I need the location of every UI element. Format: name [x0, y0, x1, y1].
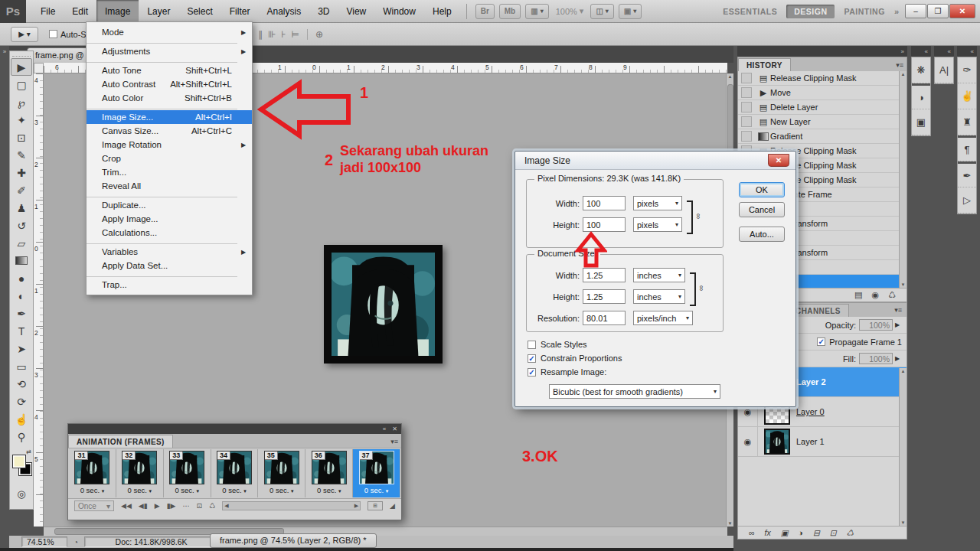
new-adjustment-layer-icon[interactable]: ◑	[799, 528, 803, 537]
scroll-up-icon[interactable]: ▲	[900, 72, 906, 77]
play-button[interactable]: ▶	[155, 502, 160, 510]
menu-window[interactable]: Window	[374, 0, 424, 23]
frame-delay-select[interactable]: 0 sec. ▾	[211, 486, 258, 494]
floating-document-tab[interactable]: frame.png @ 74.5% (Layer 2, RGB/8) *	[210, 533, 377, 548]
new-document-from-state-icon[interactable]: ▤	[854, 290, 862, 300]
adjustments-panel-icon[interactable]: ◑	[912, 83, 930, 109]
menu-filter[interactable]: Filter	[221, 0, 259, 23]
menu-item-calculations[interactable]: Calculations...	[87, 226, 252, 240]
quick-selection-tool[interactable]: ✦	[10, 111, 33, 129]
workspace-essentials[interactable]: ESSENTIALS	[715, 5, 785, 18]
menu-item-crop[interactable]: Crop	[87, 152, 252, 165]
resolution-unit-select[interactable]: pixels/inch▾	[633, 311, 693, 325]
distribute-left-icon[interactable]: ⊪	[268, 29, 276, 40]
zoom-level-control[interactable]: 100%▾	[556, 6, 584, 16]
panel-grip[interactable]	[12, 52, 31, 57]
frame-delay-select[interactable]: 0 sec. ▾	[258, 486, 305, 494]
dodge-tool[interactable]: ◐	[10, 287, 33, 305]
convert-to-timeline-icon[interactable]: ⊞	[368, 501, 383, 510]
menu-item-image-size[interactable]: Image Size... Alt+Ctrl+I	[87, 110, 252, 124]
shape-tool[interactable]: ▭	[10, 357, 33, 375]
menu-item-auto-contrast[interactable]: Auto Contrast Alt+Shift+Ctrl+L	[87, 77, 252, 91]
menu-item-auto-tone[interactable]: Auto Tone Shift+Ctrl+L	[87, 64, 252, 77]
collapse-panels-icon[interactable]: «	[925, 48, 928, 55]
menu-separator[interactable]	[87, 39, 252, 44]
auto-select-checkbox[interactable]	[49, 30, 57, 38]
menu-separator[interactable]	[87, 58, 252, 64]
doc-height-input[interactable]: 1.25	[583, 289, 626, 304]
panel-menu-icon[interactable]: ▾≡	[896, 61, 906, 71]
panel-menu-icon[interactable]: ▾≡	[390, 438, 401, 448]
width-input[interactable]: 100	[583, 196, 626, 210]
animation-frame-36[interactable]: 36 0 sec. ▾	[305, 449, 353, 497]
delete-state-icon[interactable]: ♺	[888, 290, 896, 300]
visibility-toggle[interactable]: ◉	[738, 427, 758, 457]
scale-styles-checkbox[interactable]	[528, 341, 536, 349]
delete-frame-button[interactable]: ♺	[209, 502, 215, 510]
layers-scrollbar[interactable]: ▲ ▼	[899, 368, 906, 526]
status-zoom-field[interactable]: 74.51%	[21, 536, 67, 547]
distribute-right-icon[interactable]: ⊨	[292, 29, 299, 40]
animation-frame-34[interactable]: 34 0 sec. ▾	[211, 449, 259, 497]
tween-button[interactable]: ⋯	[183, 502, 190, 510]
animation-frame-33[interactable]: 33 0 sec. ▾	[164, 449, 211, 497]
scroll-down-icon[interactable]: ▼	[900, 520, 906, 525]
doc-width-unit-select[interactable]: inches▾	[633, 268, 685, 282]
blur-tool[interactable]: ●	[10, 269, 33, 287]
collapse-panels-icon[interactable]: »	[901, 48, 904, 55]
menu-item-apply-data-set[interactable]: Apply Data Set...	[87, 259, 252, 272]
scroll-down-icon[interactable]: ▼	[900, 282, 906, 287]
animation-frame-35[interactable]: 35 0 sec. ▾	[258, 449, 305, 497]
auto-button[interactable]: Auto...	[739, 227, 785, 242]
frame-delay-select[interactable]: 0 sec. ▾	[305, 486, 352, 494]
paragraph-panel-icon[interactable]: ¶	[958, 135, 976, 161]
foreground-color-swatch[interactable]	[12, 455, 26, 468]
menu-item-reveal-all[interactable]: Reveal All	[87, 179, 252, 193]
brush-presets-panel-icon[interactable]: ✌	[958, 83, 976, 109]
zoom-tool[interactable]: ⚲	[10, 428, 33, 445]
opacity-value[interactable]: 100%	[859, 319, 893, 331]
menu-layer[interactable]: Layer	[139, 0, 178, 23]
ok-button[interactable]: OK	[739, 182, 785, 197]
frame-delay-select[interactable]: 0 sec. ▾	[69, 486, 116, 494]
tool-presets-panel-icon[interactable]: ✑	[958, 57, 976, 83]
eraser-tool[interactable]: ▱	[10, 234, 33, 252]
path-selection-tool[interactable]: ➤	[10, 340, 33, 357]
expand-dock-icon[interactable]: »	[0, 48, 9, 55]
scroll-down-icon[interactable]: ▼	[727, 521, 733, 526]
restore-button[interactable]: ❐	[927, 4, 949, 18]
distribute-horizontal-centers-icon[interactable]: ⊦	[281, 29, 286, 40]
healing-brush-tool[interactable]: ✚	[10, 164, 33, 181]
history-brush-tool[interactable]: ↺	[10, 217, 33, 234]
scroll-right-icon[interactable]: ▶	[354, 503, 358, 509]
resolution-input[interactable]: 80.01	[583, 311, 626, 325]
menu-item-trap[interactable]: Trap...	[87, 278, 252, 292]
menu-image[interactable]: Image	[96, 0, 139, 23]
tab-animation-frames[interactable]: ANIMATION (FRAMES)	[68, 435, 173, 448]
resample-image-checkbox[interactable]	[528, 368, 536, 377]
quick-mask-button[interactable]: ◎	[10, 485, 33, 502]
close-panel-icon[interactable]: ✕	[392, 425, 397, 432]
crop-tool[interactable]: ⊡	[10, 129, 33, 146]
gradient-tool[interactable]	[10, 252, 33, 269]
frame-delay-select[interactable]: 0 sec. ▾	[116, 486, 163, 494]
history-source-well[interactable]	[741, 73, 752, 83]
cancel-button[interactable]: Cancel	[739, 202, 785, 217]
scroll-up-icon[interactable]: ▲	[900, 369, 906, 373]
loop-count-select[interactable]: Once▾	[74, 500, 114, 511]
brush-tool[interactable]: ✐	[10, 181, 33, 199]
history-source-well[interactable]	[741, 102, 752, 112]
menu-analysis[interactable]: Analysis	[258, 0, 309, 23]
close-button[interactable]: ✕	[949, 4, 975, 18]
panel-menu-icon[interactable]: ▾≡	[894, 306, 905, 316]
paths-panel-icon[interactable]: ✒	[958, 161, 976, 187]
animation-frame-37[interactable]: 37 0 sec. ▾	[353, 449, 400, 497]
mini-bridge-button[interactable]: Mb	[499, 4, 521, 19]
screen-mode-button[interactable]: ▣▾	[619, 4, 642, 19]
propagate-frame-checkbox[interactable]	[817, 337, 825, 346]
clone-stamp-tool[interactable]: ♟	[10, 199, 33, 217]
character-panel-icon[interactable]: A|	[935, 57, 953, 83]
history-state[interactable]: ▤ New Layer	[738, 115, 899, 129]
history-state[interactable]: ▤ Release Clipping Mask	[738, 71, 899, 86]
layer-row[interactable]: ◉ Layer 1	[738, 427, 906, 457]
